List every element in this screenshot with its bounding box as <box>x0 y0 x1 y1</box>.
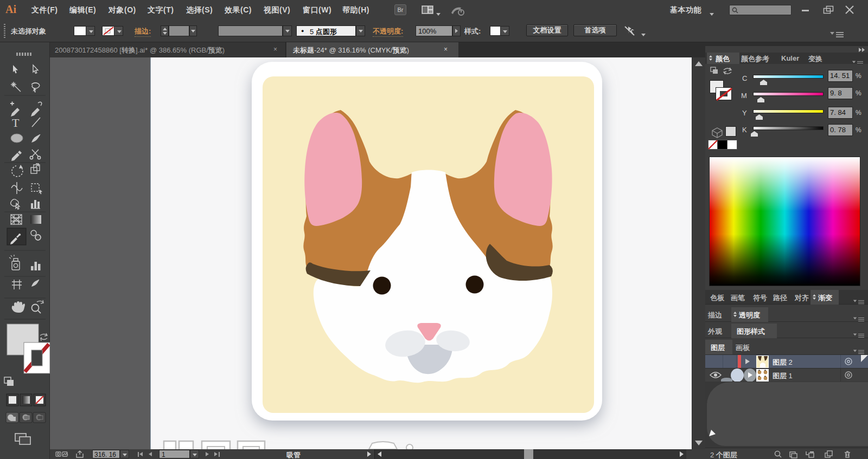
svg-text:T: T <box>12 116 20 130</box>
